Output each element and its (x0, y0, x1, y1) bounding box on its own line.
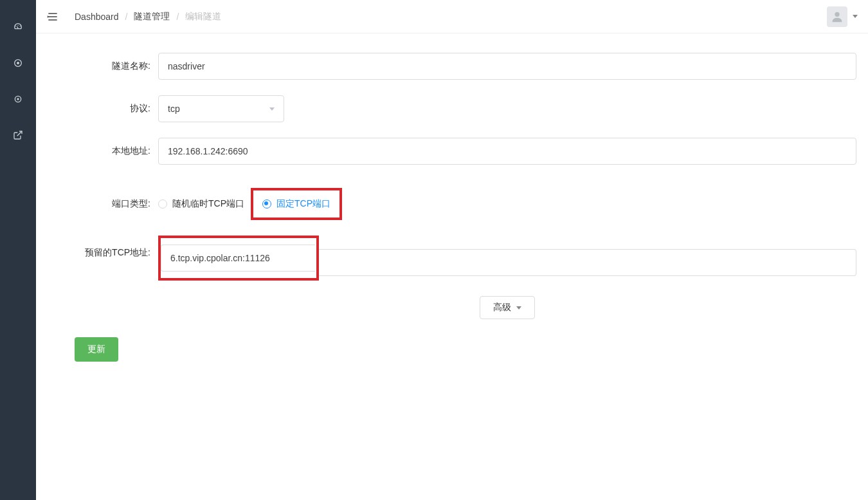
breadcrumb-sep: / (125, 12, 128, 22)
dashboard-icon[interactable] (0, 12, 36, 42)
chevron-down-icon (269, 107, 275, 111)
highlight-fixed-port: 固定TCP端口 (251, 188, 342, 220)
reserved-tcp-label: 预留的TCP地址: (55, 236, 158, 259)
breadcrumb-sep: / (176, 12, 179, 22)
local-address-input[interactable] (158, 138, 856, 165)
port-type-random-radio[interactable]: 随机临时TCP端口 (158, 198, 244, 210)
svg-point-8 (835, 12, 839, 16)
menu-toggle-icon[interactable] (46, 10, 59, 23)
port-type-random-label: 随机临时TCP端口 (172, 198, 244, 210)
breadcrumb-tunnel-mgmt[interactable]: 隧道管理 (134, 11, 170, 23)
sidebar (0, 0, 36, 500)
breadcrumb-edit-tunnel: 编辑隧道 (185, 11, 221, 23)
port-type-label: 端口类型: (55, 198, 158, 210)
topbar: Dashboard / 隧道管理 / 编辑隧道 (36, 0, 868, 33)
advanced-toggle-button[interactable]: 高级 (480, 296, 535, 319)
circle-icon[interactable] (0, 84, 36, 115)
tunnel-name-input[interactable] (158, 53, 856, 80)
chevron-down-icon (516, 306, 521, 310)
update-button[interactable]: 更新 (75, 337, 118, 362)
protocol-select[interactable]: tcp (158, 95, 284, 122)
advanced-label: 高级 (493, 302, 511, 313)
target-icon[interactable] (0, 48, 36, 79)
breadcrumb-dashboard[interactable]: Dashboard (75, 12, 119, 22)
local-address-label: 本地地址: (55, 145, 158, 157)
svg-point-3 (17, 98, 19, 100)
port-type-fixed-label: 固定TCP端口 (276, 198, 330, 210)
svg-line-4 (17, 131, 22, 136)
breadcrumb: Dashboard / 隧道管理 / 编辑隧道 (75, 11, 221, 23)
edit-tunnel-form: 隧道名称: 协议: tcp 本地地址: (36, 33, 868, 381)
external-link-icon[interactable] (0, 120, 36, 151)
port-type-fixed-radio[interactable]: 固定TCP端口 (262, 198, 330, 210)
highlight-reserved-tcp (158, 236, 319, 281)
avatar[interactable] (827, 6, 847, 27)
radio-icon (262, 199, 271, 208)
user-menu-caret-icon[interactable] (853, 15, 858, 18)
protocol-value: tcp (168, 104, 180, 114)
reserved-tcp-input[interactable] (161, 245, 315, 272)
tunnel-name-label: 隧道名称: (55, 60, 158, 72)
radio-icon (158, 199, 167, 208)
protocol-label: 协议: (55, 103, 158, 115)
reserved-tcp-input-extension[interactable] (319, 249, 856, 276)
svg-point-1 (17, 62, 19, 64)
